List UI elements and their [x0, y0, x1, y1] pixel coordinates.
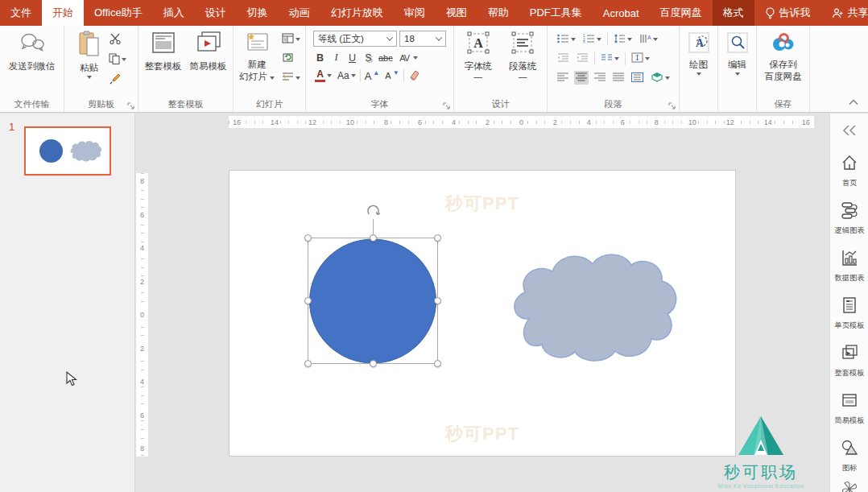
tab-file[interactable]: 文件 — [0, 0, 42, 26]
editing-button[interactable]: 编辑 — [723, 30, 752, 76]
tab-pdf-tools[interactable]: PDF工具集 — [519, 0, 593, 26]
sidebar-item-logic-charts[interactable]: 逻辑图表 — [830, 195, 868, 242]
tab-transitions[interactable]: 切换 — [237, 0, 279, 26]
save-to-baidu-button[interactable]: 保存到 百度网盘 — [763, 30, 804, 83]
increase-indent-button[interactable] — [575, 52, 590, 66]
share-button[interactable]: 共享 — [821, 0, 868, 26]
grow-font-button[interactable]: A ▲ — [363, 69, 382, 83]
tab-acrobat[interactable]: Acrobat — [593, 0, 650, 26]
watermark-bottom: 秒可PPT — [229, 422, 735, 446]
edit-icon — [725, 31, 750, 57]
distribute-button[interactable] — [630, 71, 645, 85]
workspace: 1 1614121086420246810121416 864202468 秒可… — [0, 114, 868, 492]
drawing-button[interactable]: A 绘图 — [684, 30, 713, 76]
cut-button[interactable] — [107, 32, 128, 47]
resize-handle-se[interactable] — [434, 360, 441, 367]
tab-slideshow[interactable]: 幻灯片放映 — [320, 0, 394, 26]
sidebar-item-icons[interactable]: 图标 — [830, 432, 868, 480]
format-painter-button[interactable] — [107, 72, 128, 87]
dialog-launcher-icon[interactable] — [443, 101, 451, 110]
full-template-button[interactable]: 整套模板 — [143, 30, 184, 73]
slide-layout-button[interactable] — [280, 32, 302, 46]
tab-format[interactable]: 格式 — [713, 0, 754, 26]
resize-handle-s[interactable] — [370, 360, 377, 367]
tab-baidu-netdisk[interactable]: 百度网盘 — [650, 0, 713, 26]
font-color-button[interactable]: A — [313, 68, 333, 83]
new-slide-icon — [245, 31, 269, 57]
ribbon-tab-bar: 文件 开始 Office助手 插入 设计 切换 动画 幻灯片放映 审阅 视图 帮… — [0, 0, 868, 26]
columns-button[interactable] — [599, 52, 621, 66]
text-shadow-button[interactable]: S — [362, 50, 375, 65]
numbering-button[interactable]: 123 — [581, 32, 603, 47]
paragraph-unify-button[interactable]: 段落统一 — [502, 30, 544, 85]
resize-handle-sw[interactable] — [304, 360, 312, 367]
character-spacing-button[interactable]: AV — [396, 49, 420, 66]
bullets-button[interactable] — [556, 32, 577, 47]
grow-arrow-icon: ▲ — [373, 69, 379, 76]
resize-handle-nw[interactable] — [304, 234, 312, 242]
align-left-button[interactable] — [556, 71, 570, 85]
sidebar-item-data-charts[interactable]: 数据图表 — [830, 242, 868, 290]
align-center-button[interactable] — [574, 71, 589, 85]
dialog-launcher-icon[interactable] — [668, 101, 676, 110]
sidebar-item-home[interactable]: 首页 — [830, 147, 868, 195]
align-right-icon — [594, 72, 606, 83]
resize-handle-w[interactable] — [304, 297, 312, 304]
data-chart-icon — [841, 249, 858, 270]
slide[interactable]: 秒可PPT 秒可PPT — [229, 170, 736, 457]
bold-button[interactable]: B — [313, 50, 327, 65]
font-unify-icon: A — [465, 31, 492, 59]
mountain-logo-icon — [736, 413, 786, 460]
font-name-combo[interactable]: 等线 (正文) — [313, 31, 397, 47]
collapse-ribbon-icon[interactable] — [849, 97, 858, 107]
tab-insert[interactable]: 插入 — [153, 0, 195, 26]
font-color-icon: A — [315, 69, 325, 82]
tab-review[interactable]: 审阅 — [394, 0, 436, 26]
decrease-indent-button[interactable] — [556, 52, 571, 66]
align-right-button[interactable] — [593, 71, 607, 85]
resize-handle-e[interactable] — [434, 297, 441, 304]
align-text-button[interactable] — [630, 51, 651, 66]
collapse-sidebar-icon[interactable] — [842, 122, 857, 147]
windmill-icon[interactable] — [841, 480, 858, 492]
dropdown-arrow — [351, 74, 356, 77]
simple-template-button[interactable]: 简易模板 — [188, 30, 229, 73]
text-direction-button[interactable]: A — [638, 32, 659, 47]
dialog-launcher-icon[interactable] — [127, 101, 135, 110]
resize-handle-ne[interactable] — [434, 234, 441, 242]
sidebar-item-simple-template[interactable]: 简易模板 — [830, 385, 868, 432]
cloud-shape[interactable] — [503, 242, 680, 370]
slide-thumbnail[interactable] — [24, 126, 111, 176]
group-label-file-transfer: 文件传输 — [3, 98, 60, 111]
font-size-combo[interactable]: 18 — [399, 31, 446, 47]
send-to-wechat-button[interactable]: 发送到微信 — [6, 30, 58, 73]
line-spacing-button[interactable] — [612, 32, 634, 47]
logic-chart-icon — [841, 201, 858, 222]
tab-animations[interactable]: 动画 — [279, 0, 320, 26]
tab-home[interactable]: 开始 — [42, 0, 84, 26]
sidebar-item-single-page-template[interactable]: 单页模板 — [830, 290, 868, 337]
clear-formatting-button[interactable] — [407, 68, 422, 83]
paste-button[interactable]: 粘贴 — [75, 30, 104, 80]
underline-button[interactable]: U — [345, 50, 359, 65]
convert-smartart-button[interactable] — [649, 70, 672, 85]
sidebar-item-full-template[interactable]: 整套模板 — [830, 337, 868, 385]
rotate-handle-icon[interactable] — [365, 203, 382, 223]
tab-help[interactable]: 帮助 — [477, 0, 519, 26]
resize-handle-n[interactable] — [370, 234, 377, 242]
new-slide-button[interactable]: 新建 幻灯片 — [237, 30, 277, 83]
change-case-button[interactable]: Aa — [336, 69, 358, 82]
section-button[interactable] — [280, 71, 302, 85]
shrink-font-button[interactable]: A ▼ — [383, 70, 400, 81]
dropdown-arrow — [696, 72, 701, 76]
font-unify-button[interactable]: A 字体统一 — [457, 30, 499, 85]
copy-button[interactable] — [107, 52, 128, 67]
reset-slide-button[interactable] — [280, 52, 302, 65]
tab-view[interactable]: 视图 — [436, 0, 477, 26]
tab-design[interactable]: 设计 — [195, 0, 237, 26]
tab-office-assistant[interactable]: Office助手 — [84, 0, 153, 26]
strikethrough-button[interactable]: abc — [378, 50, 394, 65]
italic-button[interactable]: I — [329, 50, 343, 65]
tell-me-button[interactable]: 告诉我 — [754, 0, 821, 26]
justify-button[interactable] — [611, 71, 626, 85]
